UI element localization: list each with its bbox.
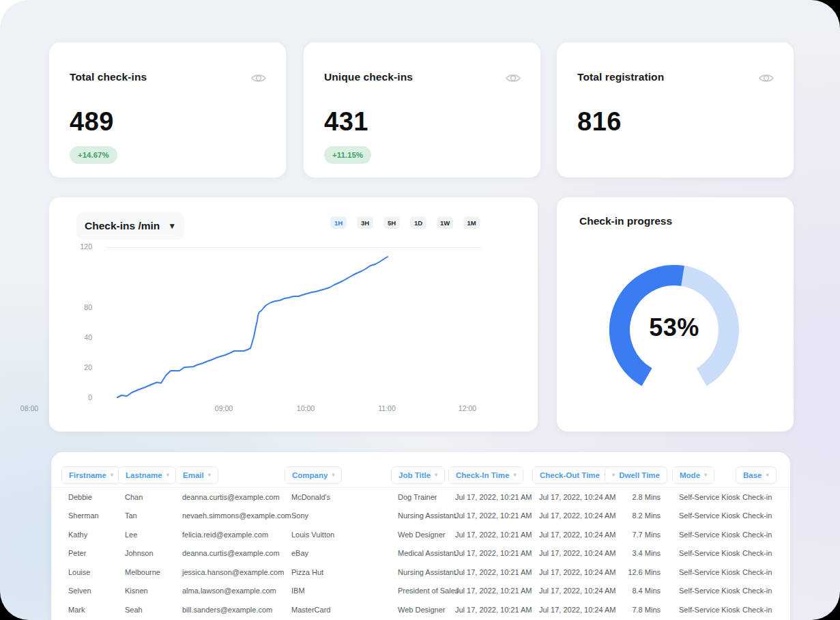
checkins-chart-card: Check-ins /min ▼ 1H 3H 5H 1D 1W 1M 120 8… bbox=[49, 197, 538, 432]
cell-checkin-time: Jul 17, 2022, 10:21 AM bbox=[455, 606, 539, 614]
table-header-row: Firstname▾ Lastname▾ Email▾ Company▾ Job… bbox=[51, 466, 807, 483]
cell-jobtitle: Web Designer bbox=[398, 606, 455, 614]
card-title: Total registration bbox=[577, 71, 664, 83]
table-row[interactable]: Peter Johnson deanna.curtis@example.com … bbox=[51, 544, 790, 563]
chevron-down-icon: ▾ bbox=[111, 473, 113, 478]
cell-checkin-time: Jul 17, 2022, 10:21 AM bbox=[455, 493, 539, 501]
chevron-down-icon: ▾ bbox=[612, 473, 615, 478]
x-tick-0800: 08:00 bbox=[14, 404, 44, 412]
cell-company: MasterCard bbox=[291, 606, 398, 614]
cell-firstname: Selven bbox=[68, 587, 125, 595]
cell-checkout-time: Jul 17, 2022, 10:24 AM bbox=[539, 568, 624, 576]
column-label: Check-Out Time bbox=[540, 471, 600, 479]
checkins-line-chart bbox=[49, 197, 538, 432]
card-title: Unique check-ins bbox=[324, 71, 413, 83]
table-row[interactable]: Sherman Tan nevaeh.simmons@example.com S… bbox=[51, 507, 790, 526]
cell-lastname: Seah bbox=[125, 606, 182, 614]
column-header-email[interactable]: Email▾ bbox=[175, 466, 218, 484]
column-header-firstname[interactable]: Firstname▾ bbox=[61, 466, 121, 484]
chevron-down-icon: ▾ bbox=[766, 473, 769, 478]
cell-email: jessica.hanson@example.com bbox=[182, 568, 291, 576]
cell-dwell-time: 3.4 Mins bbox=[624, 549, 679, 557]
cell-jobtitle: Nursing Assistant bbox=[398, 511, 455, 520]
checkin-progress-card: Check-in progress 53% bbox=[557, 197, 794, 432]
column-header-checkin-time[interactable]: Check-In Time▾ bbox=[448, 466, 523, 484]
column-label: Company bbox=[292, 471, 328, 479]
cell-jobtitle: Medical Assistant bbox=[398, 549, 455, 557]
cell-company: eBay bbox=[291, 549, 398, 557]
cell-checkout-time: Jul 17, 2022, 10:24 AM bbox=[539, 531, 624, 539]
table-row[interactable]: Louise Melbourne jessica.hanson@example.… bbox=[51, 563, 790, 582]
cell-base: Check-in bbox=[742, 531, 790, 539]
cell-checkin-time: Jul 17, 2022, 10:21 AM bbox=[455, 531, 539, 539]
column-label: Check-In Time bbox=[456, 471, 509, 479]
total-registration-card: Total registration 816 bbox=[557, 42, 794, 178]
cell-email: alma.lawson@example.com bbox=[182, 587, 291, 595]
column-label: Email bbox=[183, 471, 204, 479]
delta-badge: +14.67% bbox=[70, 146, 117, 164]
cell-base: Check-in bbox=[742, 587, 790, 595]
cell-company: Sony bbox=[291, 511, 398, 520]
cell-firstname: Louise bbox=[68, 568, 125, 576]
stat-value: 489 bbox=[70, 107, 114, 137]
unique-checkins-card: Unique check-ins 431 +11.15% bbox=[304, 42, 540, 178]
cell-email: bill.sanders@example.com bbox=[182, 606, 291, 614]
progress-value: 53% bbox=[633, 313, 715, 342]
cell-checkout-time: Jul 17, 2022, 10:24 AM bbox=[539, 549, 624, 557]
cell-lastname: Lee bbox=[125, 531, 182, 539]
cell-mode: Self-Service Kiosk bbox=[679, 511, 742, 520]
cell-jobtitle: Web Designer bbox=[398, 531, 455, 539]
cell-base: Check-in bbox=[742, 606, 790, 614]
column-header-company[interactable]: Company▾ bbox=[285, 466, 342, 484]
cell-firstname: Sherman bbox=[68, 511, 125, 520]
column-header-checkout-time[interactable]: Check-Out Time▾ bbox=[532, 466, 614, 484]
table-row[interactable]: Selven Kisnen alma.lawson@example.com IB… bbox=[51, 582, 790, 601]
cell-lastname: Kisnen bbox=[125, 587, 182, 595]
eye-icon[interactable] bbox=[758, 72, 774, 87]
eye-icon[interactable] bbox=[505, 72, 521, 87]
cell-mode: Self-Service Kiosk bbox=[679, 531, 742, 539]
cell-mode: Self-Service Kiosk bbox=[679, 493, 742, 501]
cell-company: IBM bbox=[291, 587, 398, 595]
column-label: Lastname bbox=[126, 471, 162, 479]
table-row[interactable]: Debbie Chan deanna.curtis@example.com Mc… bbox=[51, 488, 790, 507]
cell-dwell-time: 7.7 Mins bbox=[624, 531, 679, 539]
total-checkins-card: Total check-ins 489 +14.67% bbox=[49, 42, 286, 178]
column-header-dwell-time[interactable]: ▾Dwell Time bbox=[605, 466, 667, 484]
column-label: Job Title bbox=[399, 471, 431, 479]
table-row[interactable]: Kathy Lee felicia.reid@example.com Louis… bbox=[51, 525, 790, 544]
column-header-mode[interactable]: Mode▾ bbox=[672, 466, 714, 484]
table-row[interactable]: Mark Seah bill.sanders@example.com Maste… bbox=[51, 600, 790, 619]
cell-mode: Self-Service Kiosk bbox=[679, 587, 742, 595]
chevron-down-icon: ▾ bbox=[704, 473, 707, 478]
cell-base: Check-in bbox=[742, 511, 790, 520]
cell-checkout-time: Jul 17, 2022, 10:24 AM bbox=[539, 493, 624, 501]
cell-jobtitle: Dog Trainer bbox=[398, 493, 455, 501]
cell-checkin-time: Jul 17, 2022, 10:21 AM bbox=[455, 549, 539, 557]
eye-icon[interactable] bbox=[250, 72, 267, 87]
cell-checkout-time: Jul 17, 2022, 10:24 AM bbox=[539, 511, 624, 520]
chevron-down-icon: ▾ bbox=[513, 473, 516, 478]
table-body: Debbie Chan deanna.curtis@example.com Mc… bbox=[51, 487, 790, 619]
column-label: Base bbox=[743, 471, 762, 479]
checkins-line-series bbox=[117, 257, 388, 397]
chevron-down-icon: ▾ bbox=[332, 473, 334, 478]
dashboard-page: Total check-ins 489 +14.67% Unique check… bbox=[0, 0, 840, 620]
cell-email: deanna.curtis@example.com bbox=[182, 493, 291, 501]
cell-email: deanna.curtis@example.com bbox=[182, 549, 291, 557]
cell-dwell-time: 7.8 Mins bbox=[624, 606, 679, 614]
cell-company: Pizza Hut bbox=[291, 568, 398, 576]
stat-value: 816 bbox=[577, 107, 622, 137]
cell-lastname: Johnson bbox=[125, 549, 182, 557]
cell-company: McDonald's bbox=[291, 493, 398, 501]
cell-jobtitle: Nursing Assistant bbox=[398, 568, 455, 576]
cell-lastname: Chan bbox=[125, 493, 182, 501]
column-label: Mode bbox=[680, 471, 700, 479]
column-header-jobtitle[interactable]: Job Title▾ bbox=[391, 466, 445, 484]
column-label: Dwell Time bbox=[619, 471, 660, 479]
cell-jobtitle: President of Sales bbox=[398, 587, 455, 595]
column-header-base[interactable]: Base▾ bbox=[736, 466, 777, 484]
cell-firstname: Mark bbox=[68, 606, 125, 614]
cell-dwell-time: 8.4 Mins bbox=[624, 587, 679, 595]
column-header-lastname[interactable]: Lastname▾ bbox=[118, 466, 177, 484]
